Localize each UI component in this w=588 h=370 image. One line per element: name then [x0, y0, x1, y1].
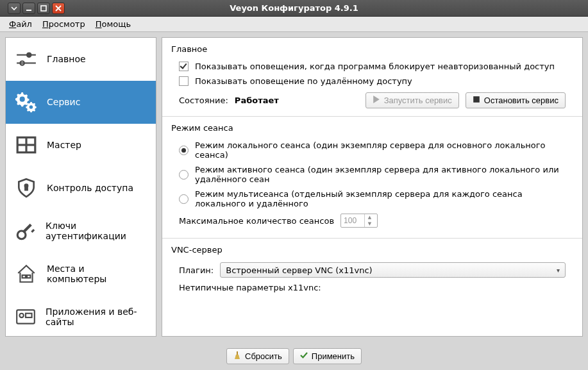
group-session-title: Режим сеанса [171, 123, 573, 133]
sidebar-item-apps[interactable]: Приложения и веб-сайты [6, 296, 156, 337]
check-icon [300, 351, 308, 361]
sidebar-item-label: Места и компьютеры [47, 264, 147, 284]
shield-icon [15, 176, 38, 199]
window-minimize-button[interactable] [22, 3, 35, 14]
house-computers-icon [15, 262, 38, 285]
play-icon [373, 96, 380, 105]
group-vnc: VNC-сервер Плагин: Встроенный сервер VNC… [171, 245, 573, 295]
window-rollup-button[interactable] [8, 3, 21, 14]
sidebar-item-locations[interactable]: Места и компьютеры [6, 253, 156, 296]
sidebar-item-general[interactable]: Главное [6, 38, 156, 81]
menu-help[interactable]: Помощь [92, 18, 135, 30]
plugin-label: Плагин: [179, 265, 214, 275]
atypical-params-label: Нетипичные параметры x11vnc: [179, 283, 321, 292]
sidebar-item-label: Приложения и веб-сайты [46, 307, 147, 327]
group-session: Режим сеанса Режим локального сеанса (од… [171, 123, 573, 230]
svg-rect-22 [473, 96, 480, 103]
svg-rect-23 [237, 351, 238, 355]
sidebar-item-authkeys[interactable]: Ключи аутентификации [6, 210, 156, 253]
sliders-icon [15, 47, 38, 71]
svg-point-17 [19, 314, 23, 317]
radio-active-label: Режим активного сеанса (один экземпляр с… [195, 165, 566, 184]
sidebar: Главное Сервис Мастер [5, 37, 156, 337]
sidebar-item-label: Ключи аутентификации [46, 221, 147, 241]
radio-multi-session[interactable] [179, 194, 189, 204]
radio-local-label: Режим локального сеанса (один экземпляр … [195, 140, 566, 160]
svg-rect-12 [22, 224, 32, 233]
broom-icon [233, 351, 241, 361]
window-maximize-button[interactable] [37, 3, 50, 14]
window-titlebar: Veyon Конфигуратор 4.9.1 [0, 0, 588, 17]
sidebar-item-access[interactable]: Контроль доступа [6, 167, 156, 210]
group-vnc-title: VNC-сервер [171, 245, 573, 255]
menu-view[interactable]: Просмотр [38, 18, 89, 30]
start-service-button: Запустить сервис [365, 92, 459, 108]
svg-rect-18 [26, 314, 32, 317]
window-close-button[interactable] [52, 3, 65, 14]
stop-icon [473, 96, 480, 105]
spinner-down-icon: ▼ [365, 221, 374, 227]
radio-active-session[interactable] [179, 170, 189, 180]
reset-button[interactable]: Сбросить [226, 348, 289, 364]
sidebar-item-label: Сервис [47, 97, 80, 107]
max-sessions-label: Максимальное количество сеансов [179, 216, 334, 226]
apps-icon [15, 305, 37, 328]
group-general: Главное Показывать оповещения, когда про… [171, 44, 573, 108]
separator [162, 116, 582, 117]
checkbox-remote-notify[interactable] [179, 76, 189, 86]
svg-rect-15 [27, 275, 30, 278]
bottom-bar: Сбросить Применить [0, 342, 588, 370]
chevron-down-icon: ▾ [557, 267, 560, 274]
window-title: Veyon Конфигуратор 4.9.1 [0, 3, 588, 13]
sidebar-item-service[interactable]: Сервис [6, 81, 156, 124]
radio-multi-label: Режим мультисеанса (отдельный экземпляр … [195, 189, 566, 208]
stop-service-button[interactable]: Остановить сервис [466, 92, 566, 108]
menu-file[interactable]: Файл [5, 18, 36, 30]
max-sessions-input [341, 215, 364, 226]
menubar: Файл Просмотр Помощь [0, 17, 588, 32]
gears-icon [15, 90, 38, 114]
svg-rect-0 [26, 10, 31, 11]
sidebar-item-label: Контроль доступа [47, 183, 133, 193]
apply-button[interactable]: Применить [293, 348, 362, 364]
checkbox-block-notify-label: Показывать оповещения, когда программа б… [195, 62, 555, 71]
svg-rect-10 [25, 187, 27, 190]
separator [162, 238, 582, 239]
plugin-select-value: Встроенный сервер VNC (x11vnc) [226, 265, 372, 275]
max-sessions-spinner[interactable]: ▲▼ [340, 214, 378, 228]
checkbox-block-notify[interactable] [179, 62, 189, 71]
sidebar-item-label: Мастер [47, 140, 81, 150]
status-value: Работает [235, 96, 359, 105]
status-label: Состояние: [179, 96, 228, 105]
svg-rect-14 [22, 275, 26, 278]
spinner-up-icon: ▲ [365, 214, 374, 221]
svg-rect-13 [31, 229, 35, 233]
main-panel: Главное Показывать оповещения, когда про… [162, 37, 583, 337]
grid-icon [15, 133, 38, 156]
plugin-select[interactable]: Встроенный сервер VNC (x11vnc) ▾ [220, 262, 566, 278]
key-icon [15, 219, 37, 242]
sidebar-item-label: Главное [47, 54, 86, 64]
svg-point-3 [27, 53, 31, 56]
svg-rect-1 [41, 6, 46, 11]
group-general-title: Главное [171, 44, 573, 54]
checkbox-remote-notify-label: Показывать оповещение по удалённому дост… [195, 76, 412, 86]
radio-local-session[interactable] [179, 146, 189, 155]
sidebar-item-master[interactable]: Мастер [6, 124, 156, 167]
